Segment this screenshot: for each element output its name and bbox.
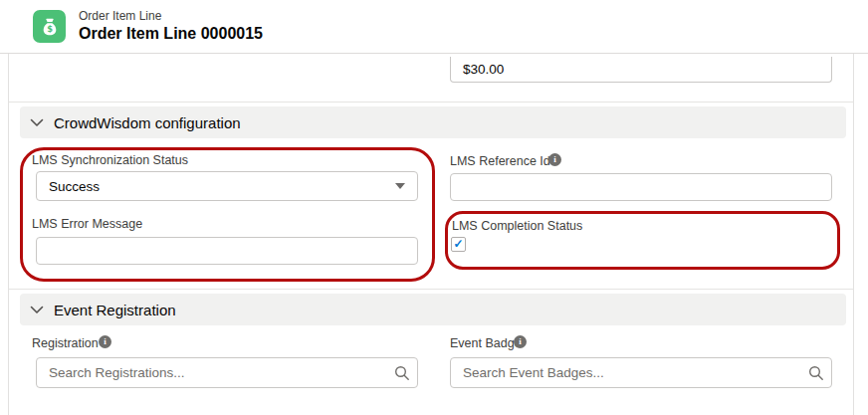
record-title: Order Item Line 0000015 bbox=[79, 25, 263, 43]
section-title-crowdwisdom: CrowdWisdom configuration bbox=[54, 114, 241, 131]
info-icon[interactable]: i bbox=[548, 153, 561, 166]
record-header: $ Order Item Line Order Item Line 000001… bbox=[0, 0, 868, 54]
section-header-event-registration[interactable]: Event Registration bbox=[20, 294, 846, 325]
lms-error-message-label: LMS Error Message bbox=[32, 217, 142, 231]
section-divider bbox=[9, 289, 853, 290]
combobox-caret-icon bbox=[395, 183, 405, 189]
order-item-moneybag-icon: $ bbox=[33, 10, 66, 43]
registration-label: Registration bbox=[32, 336, 99, 350]
info-icon[interactable]: i bbox=[99, 335, 111, 348]
info-icon[interactable]: i bbox=[514, 335, 527, 348]
svg-text:$: $ bbox=[47, 23, 53, 33]
lms-reference-id-input[interactable] bbox=[450, 173, 832, 201]
card-left-border bbox=[8, 54, 9, 415]
price-field[interactable] bbox=[450, 57, 832, 83]
lms-sync-status-label: LMS Synchronization Status bbox=[32, 153, 188, 167]
lms-reference-id-label: LMS Reference Id bbox=[450, 154, 550, 168]
lms-sync-status-value: Success bbox=[49, 179, 100, 194]
order-item-line-record-page: $ Order Item Line Order Item Line 000001… bbox=[0, 0, 868, 415]
lms-sync-status-combobox[interactable]: Success bbox=[36, 171, 418, 201]
event-badge-label: Event Badge bbox=[450, 336, 522, 350]
event-badge-search-input[interactable] bbox=[450, 357, 832, 388]
lms-completion-status-checkbox[interactable]: ✓ bbox=[451, 237, 466, 252]
section-divider bbox=[9, 102, 853, 103]
section-title-event-registration: Event Registration bbox=[54, 302, 176, 318]
object-label: Order Item Line bbox=[79, 10, 263, 24]
lms-completion-status-label: LMS Completion Status bbox=[452, 219, 582, 233]
checkmark-icon: ✓ bbox=[453, 238, 463, 250]
registration-search-input[interactable] bbox=[36, 357, 418, 388]
card-right-border bbox=[853, 54, 854, 415]
search-icon[interactable] bbox=[808, 365, 824, 385]
record-header-text: Order Item Line Order Item Line 0000015 bbox=[79, 10, 263, 43]
section-header-crowdwisdom[interactable]: CrowdWisdom configuration bbox=[20, 106, 846, 138]
search-icon[interactable] bbox=[394, 365, 410, 385]
chevron-down-icon[interactable] bbox=[30, 113, 44, 131]
chevron-down-icon[interactable] bbox=[30, 301, 44, 318]
lms-error-message-input[interactable] bbox=[36, 237, 418, 265]
